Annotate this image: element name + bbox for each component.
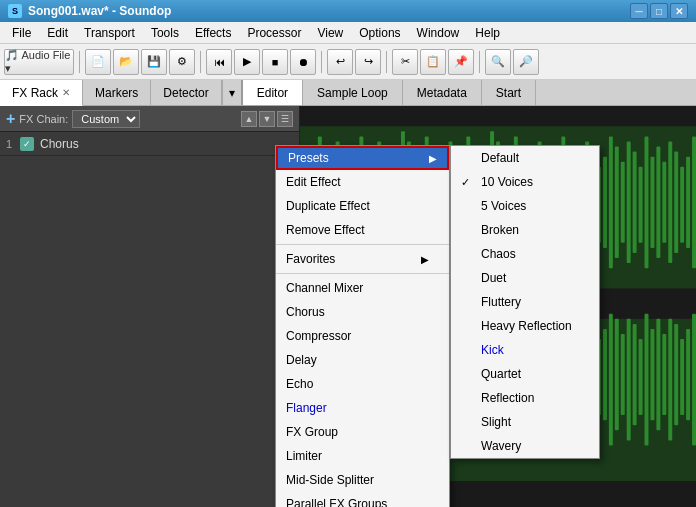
menu-item-compressor[interactable]: Compressor	[276, 324, 449, 348]
preset-10-voices[interactable]: ✓ 10 Voices	[451, 170, 599, 194]
presets-submenu: Default ✓ 10 Voices 5 Voices Broken Chao…	[450, 145, 600, 459]
compressor-label: Compressor	[286, 329, 351, 343]
preset-5-voices-check	[461, 200, 475, 212]
preset-duet[interactable]: Duet	[451, 266, 599, 290]
edit-effect-label: Edit Effect	[286, 175, 340, 189]
presets-arrow-icon: ▶	[429, 153, 437, 164]
preset-reflection[interactable]: Reflection	[451, 386, 599, 410]
remove-effect-label: Remove Effect	[286, 223, 364, 237]
menu-item-delay[interactable]: Delay	[276, 348, 449, 372]
favorites-arrow-icon: ▶	[421, 254, 429, 265]
flanger-label: Flanger	[286, 401, 327, 415]
menu-item-chorus[interactable]: Chorus	[276, 300, 449, 324]
preset-heavy-reflection-check	[461, 320, 475, 332]
channel-mixer-label: Channel Mixer	[286, 281, 363, 295]
preset-chaos-label: Chaos	[481, 247, 516, 261]
preset-quartet-label: Quartet	[481, 367, 521, 381]
mid-side-splitter-label: Mid-Side Splitter	[286, 473, 374, 487]
menu-item-edit-effect[interactable]: Edit Effect	[276, 170, 449, 194]
menu-item-mid-side-splitter[interactable]: Mid-Side Splitter	[276, 468, 449, 492]
echo-label: Echo	[286, 377, 313, 391]
preset-quartet[interactable]: Quartet	[451, 362, 599, 386]
presets-label: Presets	[288, 151, 329, 165]
preset-chaos-check	[461, 248, 475, 260]
parallel-fx-groups-label: Parallel FX Groups	[286, 497, 387, 507]
preset-slight-check	[461, 416, 475, 428]
preset-wavery[interactable]: Wavery	[451, 434, 599, 458]
preset-broken-check	[461, 224, 475, 236]
main-context-menu: Presets ▶ Edit Effect Duplicate Effect R…	[275, 145, 450, 507]
preset-heavy-reflection-label: Heavy Reflection	[481, 319, 572, 333]
menu-item-channel-mixer[interactable]: Channel Mixer	[276, 276, 449, 300]
delay-label: Delay	[286, 353, 317, 367]
preset-slight[interactable]: Slight	[451, 410, 599, 434]
menu-item-echo[interactable]: Echo	[276, 372, 449, 396]
menu-item-fx-group[interactable]: FX Group	[276, 420, 449, 444]
preset-reflection-label: Reflection	[481, 391, 534, 405]
menu-item-flanger[interactable]: Flanger	[276, 396, 449, 420]
preset-wavery-label: Wavery	[481, 439, 521, 453]
menu-item-limiter[interactable]: Limiter	[276, 444, 449, 468]
preset-reflection-check	[461, 392, 475, 404]
preset-duet-label: Duet	[481, 271, 506, 285]
separator-1	[276, 244, 449, 245]
preset-default-label: Default	[481, 151, 519, 165]
preset-default[interactable]: Default	[451, 146, 599, 170]
chorus-label: Chorus	[286, 305, 325, 319]
menu-item-favorites[interactable]: Favorites ▶	[276, 247, 449, 271]
preset-chaos[interactable]: Chaos	[451, 242, 599, 266]
preset-heavy-reflection[interactable]: Heavy Reflection	[451, 314, 599, 338]
menu-item-remove-effect[interactable]: Remove Effect	[276, 218, 449, 242]
menu-item-duplicate-effect[interactable]: Duplicate Effect	[276, 194, 449, 218]
preset-broken-label: Broken	[481, 223, 519, 237]
preset-slight-label: Slight	[481, 415, 511, 429]
preset-duet-check	[461, 272, 475, 284]
preset-10-voices-label: 10 Voices	[481, 175, 533, 189]
preset-kick-label: Kick	[481, 343, 504, 357]
preset-10-voices-check: ✓	[461, 176, 475, 189]
preset-kick[interactable]: Kick	[451, 338, 599, 362]
menu-item-presets[interactable]: Presets ▶	[276, 146, 449, 170]
preset-wavery-check	[461, 440, 475, 452]
context-menu-overlay: Presets ▶ Edit Effect Duplicate Effect R…	[0, 0, 696, 507]
preset-default-check	[461, 152, 475, 164]
duplicate-effect-label: Duplicate Effect	[286, 199, 370, 213]
preset-5-voices[interactable]: 5 Voices	[451, 194, 599, 218]
preset-fluttery-check	[461, 296, 475, 308]
preset-5-voices-label: 5 Voices	[481, 199, 526, 213]
preset-fluttery[interactable]: Fluttery	[451, 290, 599, 314]
preset-kick-check	[461, 344, 475, 356]
preset-broken[interactable]: Broken	[451, 218, 599, 242]
favorites-label: Favorites	[286, 252, 335, 266]
fx-group-label: FX Group	[286, 425, 338, 439]
separator-2	[276, 273, 449, 274]
limiter-label: Limiter	[286, 449, 322, 463]
menu-item-parallel-fx-groups[interactable]: Parallel FX Groups	[276, 492, 449, 507]
preset-quartet-check	[461, 368, 475, 380]
preset-fluttery-label: Fluttery	[481, 295, 521, 309]
